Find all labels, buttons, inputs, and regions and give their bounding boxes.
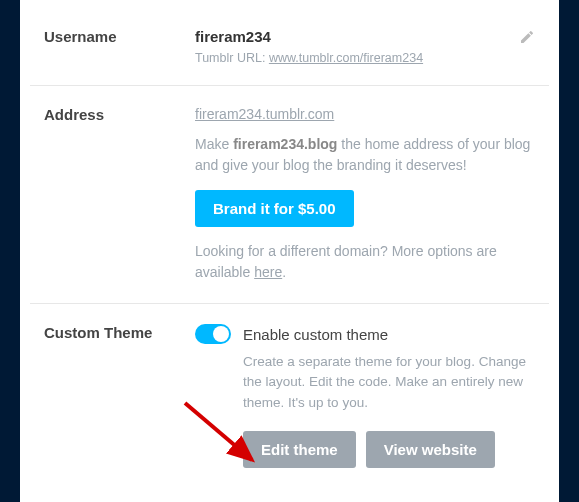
toggle-label: Enable custom theme xyxy=(243,326,388,343)
custom-theme-row: Custom Theme Enable custom theme Create … xyxy=(30,303,549,488)
view-website-button[interactable]: View website xyxy=(366,431,495,468)
address-description: Make fireram234.blog the home address of… xyxy=(195,134,535,176)
custom-theme-label: Custom Theme xyxy=(30,324,195,468)
theme-description: Create a separate theme for your blog. C… xyxy=(243,352,535,413)
address-label: Address xyxy=(30,106,195,283)
username-row: Username fireram234 Tumblr URL: www.tumb… xyxy=(30,0,549,85)
address-row: Address fireram234.tumblr.com Make firer… xyxy=(30,85,549,303)
address-domain-link[interactable]: fireram234.tumblr.com xyxy=(195,106,334,122)
edit-theme-button[interactable]: Edit theme xyxy=(243,431,356,468)
tumblr-url-link[interactable]: www.tumblr.com/fireram234 xyxy=(269,51,423,65)
tumblr-url-line: Tumblr URL: www.tumblr.com/fireram234 xyxy=(195,51,535,65)
more-options-text: Looking for a different domain? More opt… xyxy=(195,241,535,283)
custom-theme-toggle[interactable] xyxy=(195,324,231,344)
edit-icon[interactable] xyxy=(519,29,535,45)
username-label: Username xyxy=(30,28,195,65)
username-value: fireram234 xyxy=(195,28,271,45)
more-options-link[interactable]: here xyxy=(254,264,282,280)
brand-button[interactable]: Brand it for $5.00 xyxy=(195,190,354,227)
